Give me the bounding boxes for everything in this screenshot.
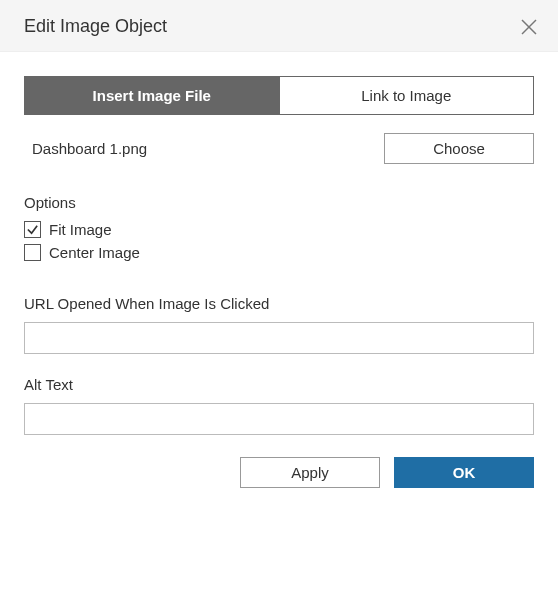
close-icon[interactable] — [520, 18, 538, 36]
tab-insert-image-file[interactable]: Insert Image File — [24, 76, 280, 115]
center-image-label: Center Image — [49, 244, 140, 261]
dialog-title: Edit Image Object — [24, 16, 167, 37]
choose-button[interactable]: Choose — [384, 133, 534, 164]
fit-image-checkbox[interactable]: Fit Image — [24, 221, 534, 238]
edit-image-dialog: Edit Image Object Insert Image File Link… — [0, 0, 558, 508]
apply-button[interactable]: Apply — [240, 457, 380, 488]
source-tabs: Insert Image File Link to Image — [24, 76, 534, 115]
url-field-block: URL Opened When Image Is Clicked — [24, 295, 534, 354]
fit-image-label: Fit Image — [49, 221, 112, 238]
options-section: Options Fit Image Center Image — [24, 194, 534, 261]
alt-text-label: Alt Text — [24, 376, 534, 393]
checkbox-icon — [24, 221, 41, 238]
ok-button[interactable]: OK — [394, 457, 534, 488]
dialog-body: Insert Image File Link to Image Dashboar… — [0, 52, 558, 508]
center-image-checkbox[interactable]: Center Image — [24, 244, 534, 261]
checkbox-icon — [24, 244, 41, 261]
alt-text-field-block: Alt Text — [24, 376, 534, 435]
file-row: Dashboard 1.png Choose — [24, 133, 534, 164]
dialog-footer: Apply OK — [24, 457, 534, 488]
selected-file-name: Dashboard 1.png — [32, 140, 147, 157]
dialog-header: Edit Image Object — [0, 0, 558, 52]
options-label: Options — [24, 194, 534, 211]
tab-link-to-image[interactable]: Link to Image — [280, 76, 535, 115]
url-label: URL Opened When Image Is Clicked — [24, 295, 534, 312]
alt-text-input[interactable] — [24, 403, 534, 435]
url-input[interactable] — [24, 322, 534, 354]
